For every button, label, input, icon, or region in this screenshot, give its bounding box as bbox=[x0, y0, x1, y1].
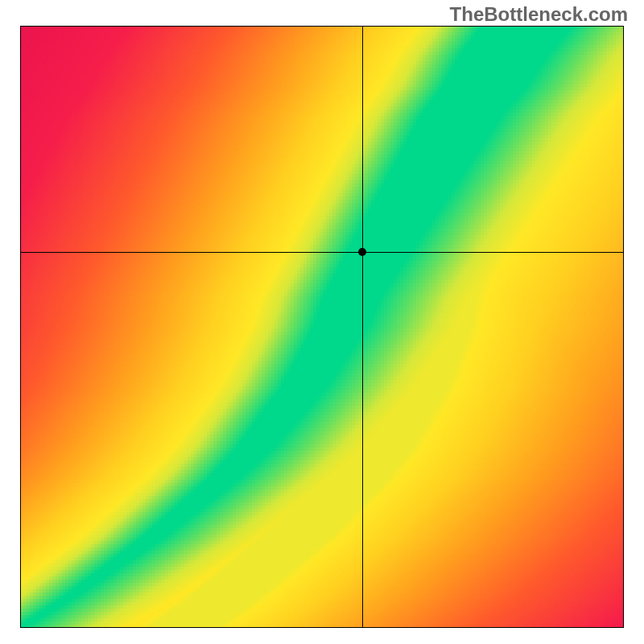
bottleneck-heatmap-canvas bbox=[20, 26, 624, 628]
crosshair-vertical bbox=[362, 26, 363, 628]
crosshair-horizontal bbox=[20, 252, 624, 253]
crosshair-marker bbox=[358, 248, 366, 256]
watermark-text: TheBottleneck.com bbox=[450, 3, 628, 26]
